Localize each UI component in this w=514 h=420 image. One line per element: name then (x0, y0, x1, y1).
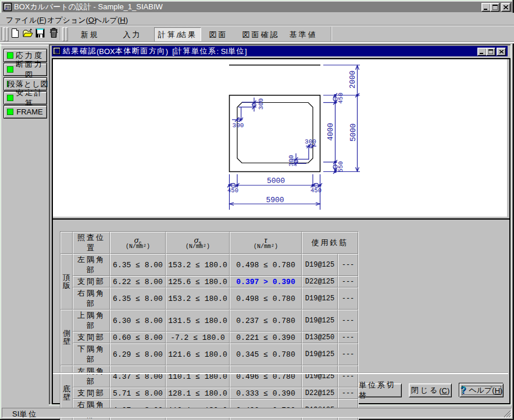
svg-text:5000: 5000 (267, 177, 285, 185)
svg-text:300: 300 (305, 138, 316, 145)
svg-text:4000: 4000 (326, 123, 335, 141)
svg-text:5900: 5900 (266, 196, 284, 204)
svg-text:450: 450 (310, 187, 322, 194)
svg-text:450: 450 (227, 187, 238, 194)
svg-text:550: 550 (337, 161, 344, 173)
svg-text:300: 300 (233, 122, 244, 129)
svg-text:5000: 5000 (349, 123, 358, 141)
svg-text:2000: 2000 (348, 70, 357, 88)
svg-text:450: 450 (337, 93, 344, 104)
svg-text:300: 300 (258, 98, 265, 110)
svg-text:300: 300 (288, 155, 295, 167)
